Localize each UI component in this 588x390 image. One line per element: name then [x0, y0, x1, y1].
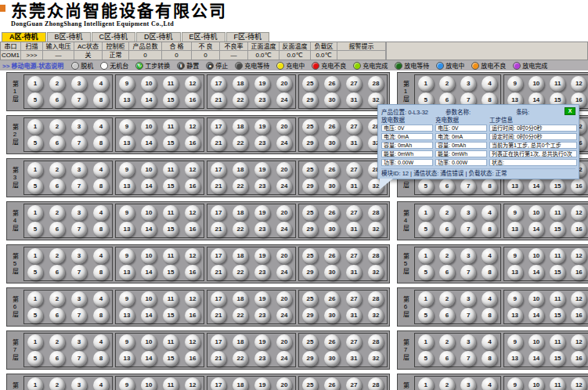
battery-cell[interactable]: 28	[368, 205, 384, 221]
battery-cell[interactable]: 25	[302, 76, 318, 92]
battery-cell[interactable]: 29	[302, 308, 318, 323]
battery-cell[interactable]: 28	[368, 334, 384, 350]
battery-cell[interactable]: 19	[254, 248, 270, 264]
battery-cell[interactable]: 5	[418, 222, 434, 237]
battery-cell[interactable]: 13	[119, 135, 135, 151]
battery-cell[interactable]: 13	[119, 222, 135, 237]
battery-cell[interactable]: 5	[418, 308, 434, 323]
battery-cell[interactable]: 12	[571, 205, 586, 221]
battery-cell[interactable]: 17	[211, 248, 226, 264]
battery-cell[interactable]: 21	[211, 351, 226, 367]
battery-cell[interactable]: 26	[324, 119, 340, 135]
battery-cell[interactable]: 5	[27, 351, 43, 367]
battery-cell[interactable]: 15	[550, 308, 565, 323]
battery-cell[interactable]: 17	[211, 119, 226, 135]
battery-cell[interactable]: 2	[439, 205, 455, 221]
battery-cell[interactable]: 4	[482, 205, 497, 221]
battery-cell[interactable]: 26	[324, 162, 340, 178]
battery-cell[interactable]: 1	[418, 377, 434, 390]
battery-cell[interactable]: 14	[528, 351, 544, 367]
battery-cell[interactable]: 24	[276, 135, 292, 151]
battery-cell[interactable]: 27	[346, 291, 362, 307]
battery-cell[interactable]: 6	[439, 265, 455, 280]
battery-cell[interactable]: 14	[528, 265, 544, 280]
battery-cell[interactable]: 10	[141, 334, 157, 350]
battery-cell[interactable]: 1	[27, 377, 43, 390]
battery-cell[interactable]: 12	[185, 291, 200, 307]
battery-cell[interactable]: 13	[507, 222, 523, 237]
battery-cell[interactable]: 8	[482, 179, 497, 194]
battery-cell[interactable]: 9	[119, 119, 135, 135]
battery-cell[interactable]: 1	[418, 205, 434, 221]
battery-cell[interactable]: 16	[185, 351, 200, 367]
battery-cell[interactable]: 20	[276, 162, 292, 178]
battery-cell[interactable]: 19	[254, 377, 270, 390]
battery-cell[interactable]: 6	[439, 308, 455, 323]
battery-cell[interactable]: 16	[571, 222, 586, 237]
battery-cell[interactable]: 9	[119, 162, 135, 178]
battery-cell[interactable]: 2	[49, 291, 65, 307]
battery-cell[interactable]: 23	[254, 351, 270, 367]
battery-cell[interactable]: 28	[368, 248, 384, 264]
tab-zone-3[interactable]: D区-待机	[136, 32, 181, 42]
battery-cell[interactable]: 8	[482, 222, 497, 237]
tab-zone-0[interactable]: A区-待机	[2, 32, 46, 42]
battery-cell[interactable]: 7	[71, 179, 87, 194]
battery-cell[interactable]: 13	[507, 179, 523, 194]
battery-cell[interactable]: 4	[93, 248, 109, 264]
battery-cell[interactable]: 15	[163, 135, 179, 151]
battery-cell[interactable]: 6	[49, 92, 65, 108]
battery-cell[interactable]: 13	[119, 308, 135, 323]
battery-cell[interactable]: 31	[346, 351, 362, 367]
battery-cell[interactable]: 24	[276, 222, 292, 237]
battery-cell[interactable]: 21	[211, 222, 226, 237]
battery-cell[interactable]: 17	[211, 205, 226, 221]
battery-cell[interactable]: 1	[418, 291, 434, 307]
battery-cell[interactable]: 7	[460, 265, 476, 280]
battery-cell[interactable]: 25	[302, 205, 318, 221]
battery-cell[interactable]: 2	[49, 162, 65, 178]
battery-cell[interactable]: 6	[439, 351, 455, 367]
battery-cell[interactable]: 26	[324, 205, 340, 221]
battery-cell[interactable]: 23	[254, 308, 270, 323]
battery-cell[interactable]: 14	[141, 308, 157, 323]
battery-cell[interactable]: 23	[254, 135, 270, 151]
battery-cell[interactable]: 7	[71, 265, 87, 280]
battery-cell[interactable]: 1	[27, 291, 43, 307]
battery-cell[interactable]: 16	[571, 351, 586, 367]
battery-cell[interactable]: 4	[482, 377, 497, 390]
battery-cell[interactable]: 24	[276, 179, 292, 194]
battery-cell[interactable]: 27	[346, 162, 362, 178]
battery-cell[interactable]: 26	[324, 377, 340, 390]
battery-cell[interactable]: 12	[571, 291, 586, 307]
battery-cell[interactable]: 22	[233, 222, 248, 237]
battery-cell[interactable]: 16	[185, 308, 200, 323]
battery-cell[interactable]: 4	[482, 334, 497, 350]
battery-cell[interactable]: 3	[71, 377, 87, 390]
battery-cell[interactable]: 6	[49, 265, 65, 280]
battery-cell[interactable]: 3	[71, 248, 87, 264]
battery-cell[interactable]: 18	[233, 291, 248, 307]
battery-cell[interactable]: 10	[528, 205, 544, 221]
battery-cell[interactable]: 23	[254, 265, 270, 280]
battery-cell[interactable]: 4	[482, 291, 497, 307]
battery-cell[interactable]: 17	[211, 377, 226, 390]
battery-cell[interactable]: 13	[507, 265, 523, 280]
battery-cell[interactable]: 13	[119, 179, 135, 194]
battery-cell[interactable]: 20	[276, 334, 292, 350]
battery-cell[interactable]: 9	[119, 377, 135, 390]
battery-cell[interactable]: 11	[163, 205, 179, 221]
battery-cell[interactable]: 16	[571, 308, 586, 323]
battery-cell[interactable]: 19	[254, 334, 270, 350]
battery-cell[interactable]: 12	[185, 205, 200, 221]
battery-cell[interactable]: 17	[211, 291, 226, 307]
battery-cell[interactable]: 29	[302, 92, 318, 108]
battery-cell[interactable]: 4	[93, 205, 109, 221]
battery-cell[interactable]: 28	[368, 377, 384, 390]
battery-cell[interactable]: 11	[163, 291, 179, 307]
battery-cell[interactable]: 31	[346, 265, 362, 280]
battery-cell[interactable]: 25	[302, 291, 318, 307]
battery-cell[interactable]: 10	[141, 162, 157, 178]
battery-cell[interactable]: 7	[460, 222, 476, 237]
battery-cell[interactable]: 25	[302, 162, 318, 178]
